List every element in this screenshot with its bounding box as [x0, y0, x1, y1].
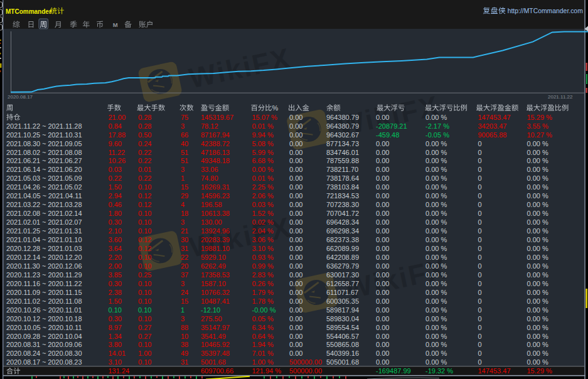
svg-text:147453.47: 147453.47 — [478, 114, 511, 121]
svg-text:0.00: 0.00 — [289, 131, 302, 139]
svg-text:0.00 %: 0.00 % — [425, 157, 447, 164]
svg-text:-12.10: -12.10 — [201, 306, 220, 314]
svg-text:-0.05 %: -0.05 % — [425, 131, 449, 139]
svg-text:0.00 %: 0.00 % — [527, 227, 548, 235]
svg-text:15: 15 — [181, 297, 188, 305]
svg-text:0.00 %: 0.00 % — [527, 358, 548, 366]
svg-text:http://MTCommander.com: http://MTCommander.com — [508, 8, 583, 14]
svg-text:0.10: 0.10 — [138, 289, 151, 296]
svg-text:196.58: 196.58 — [201, 201, 222, 208]
svg-text:2021.06.14 ~ 2021.06.20: 2021.06.14 ~ 2021.06.20 — [6, 166, 82, 173]
svg-text:0.00 %: 0.00 % — [425, 358, 447, 366]
svg-text:2020.08.24 ~ 2020.08.30: 2020.08.24 ~ 2020.08.30 — [6, 350, 82, 357]
svg-text:0.00 %: 0.00 % — [425, 262, 447, 270]
svg-text:0.00 %: 0.00 % — [527, 306, 548, 314]
svg-text:0.00 %: 0.00 % — [425, 350, 447, 357]
svg-text:2021.04.05 ~ 2021.04.11: 2021.04.05 ~ 2021.04.11 — [6, 192, 82, 200]
svg-text:M: M — [113, 21, 118, 28]
svg-text:2021.10.25 ~ 2021.10.31: 2021.10.25 ~ 2021.10.31 — [6, 131, 82, 139]
svg-text:0.00: 0.00 — [376, 297, 389, 305]
svg-text:964380.79: 964380.79 — [326, 114, 359, 121]
svg-text:2020.08.17 ~ 2020.08.23: 2020.08.17 ~ 2020.08.23 — [6, 358, 82, 366]
svg-text:3: 3 — [181, 315, 184, 323]
svg-text:2021.02.01 ~ 2021.02.07: 2021.02.01 ~ 2021.02.07 — [6, 218, 82, 226]
svg-text:0: 0 — [478, 315, 482, 323]
svg-text:0.00: 0.00 — [289, 210, 302, 217]
svg-text:2021.11.22: 2021.11.22 — [548, 94, 573, 100]
svg-text:21: 21 — [181, 227, 188, 235]
svg-text:0.00 %: 0.00 % — [527, 350, 548, 357]
svg-text:0.28: 0.28 — [138, 122, 151, 130]
svg-text:0.12: 0.12 — [138, 245, 151, 252]
svg-text:35397.48: 35397.48 — [201, 350, 230, 357]
svg-text:738103.84: 738103.84 — [326, 183, 359, 191]
svg-text:3.10 %: 3.10 % — [252, 245, 274, 252]
svg-text:0.00: 0.00 — [289, 218, 302, 226]
svg-text:147453.47: 147453.47 — [478, 367, 511, 375]
svg-text:2.06 %: 2.06 % — [252, 192, 274, 200]
svg-text:121.94 %: 121.94 % — [252, 367, 282, 375]
svg-text:0.00: 0.00 — [289, 341, 302, 348]
svg-text:3: 3 — [181, 166, 184, 173]
svg-text:0.00 %: 0.00 % — [527, 254, 548, 261]
svg-text:0.00 %: 0.00 % — [425, 192, 447, 200]
svg-text:0.00: 0.00 — [376, 183, 389, 191]
svg-text:9.60: 9.60 — [109, 140, 122, 147]
svg-text:14596.23: 14596.23 — [201, 192, 230, 200]
svg-text:-0.00 %: -0.00 % — [252, 306, 276, 314]
svg-text:0.00: 0.00 — [376, 236, 389, 243]
svg-text:0.00 %: 0.00 % — [425, 271, 447, 279]
svg-text:0.00: 0.00 — [376, 174, 389, 182]
svg-text:1.94 %: 1.94 % — [252, 341, 274, 348]
svg-text:707238.30: 707238.30 — [326, 201, 359, 208]
svg-text:42388.72: 42388.72 — [201, 140, 230, 147]
svg-text:0.00 %: 0.00 % — [527, 289, 548, 296]
svg-text:0.00 %: 0.00 % — [527, 157, 548, 164]
svg-text:0: 0 — [478, 192, 482, 200]
svg-text:10766.32: 10766.32 — [201, 289, 230, 296]
svg-text:2.04 %: 2.04 % — [252, 227, 274, 235]
svg-text:15: 15 — [181, 183, 188, 191]
svg-text:0.03: 0.03 — [109, 166, 122, 173]
svg-text:0.00 %: 0.00 % — [527, 280, 548, 287]
svg-text:0.10: 0.10 — [138, 280, 151, 287]
svg-text:0.00: 0.00 — [376, 218, 389, 226]
svg-text:0.03 %: 0.03 % — [252, 201, 274, 208]
svg-text:0.00 %: 0.00 % — [527, 166, 548, 173]
svg-text:0.93 %: 0.93 % — [252, 254, 274, 261]
svg-text:%: % — [272, 104, 278, 112]
svg-text:0.00 %: 0.00 % — [527, 324, 548, 331]
svg-text:0.24: 0.24 — [138, 140, 151, 147]
svg-text:0.10: 0.10 — [138, 341, 151, 348]
svg-text:75: 75 — [181, 114, 188, 121]
svg-text:0.00: 0.00 — [376, 262, 389, 270]
svg-text:0.00: 0.00 — [376, 140, 389, 147]
svg-text:11.22: 11.22 — [109, 149, 126, 156]
svg-text:0.00: 0.00 — [289, 122, 302, 130]
svg-text:2020.10.05 ~ 2020.10.11: 2020.10.05 ~ 2020.10.11 — [6, 324, 82, 331]
svg-text:0.00: 0.00 — [289, 183, 302, 191]
svg-text:0.00 %: 0.00 % — [425, 341, 447, 348]
svg-text:707041.72: 707041.72 — [326, 210, 359, 217]
svg-text:0.00 %: 0.00 % — [425, 140, 447, 147]
svg-text:0.00 %: 0.00 % — [527, 245, 548, 252]
svg-text:0.00 %: 0.00 % — [527, 297, 548, 305]
svg-text:0.00: 0.00 — [376, 315, 389, 323]
svg-text:2020.12.28 ~ 2021.01.03: 2020.12.28 ~ 2021.01.03 — [6, 245, 82, 252]
svg-text:1.80: 1.80 — [109, 210, 122, 217]
svg-text:88: 88 — [181, 324, 188, 331]
svg-text:20283.39: 20283.39 — [201, 236, 230, 243]
svg-text:0: 0 — [478, 280, 482, 287]
svg-text:0.00: 0.00 — [289, 297, 302, 305]
svg-text:0.00: 0.00 — [289, 227, 302, 235]
svg-text:0.00: 0.00 — [289, 245, 302, 252]
svg-text:0.26 %: 0.26 % — [252, 280, 274, 287]
svg-text:3541.49: 3541.49 — [201, 333, 226, 340]
svg-text:3: 3 — [181, 122, 184, 130]
svg-text:-20879.21: -20879.21 — [376, 122, 407, 130]
svg-text:0.00: 0.00 — [289, 174, 302, 182]
svg-text:2021.03.22 ~ 2021.03.28: 2021.03.22 ~ 2021.03.28 — [6, 201, 82, 208]
svg-text:0.00 %: 0.00 % — [425, 280, 447, 287]
svg-text:10.26: 10.26 — [109, 157, 126, 164]
svg-text:0.00 %: 0.00 % — [425, 333, 447, 340]
